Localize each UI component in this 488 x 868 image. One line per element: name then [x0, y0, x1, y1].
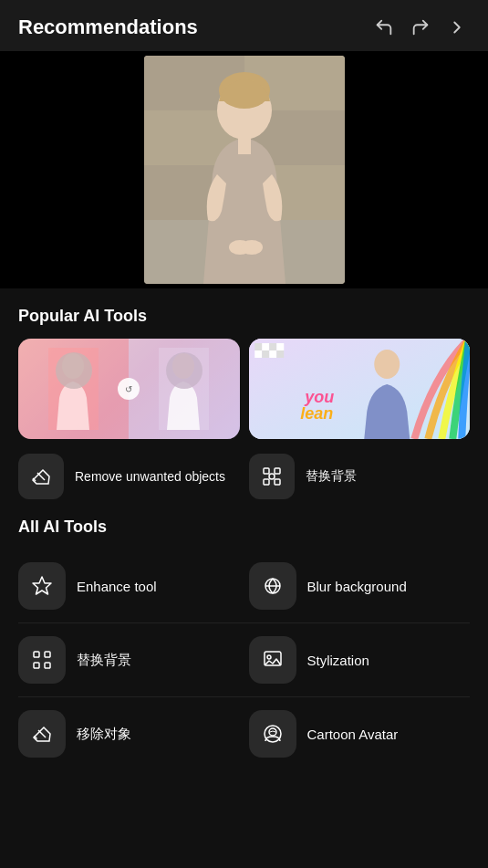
- svg-rect-41: [45, 663, 50, 668]
- svg-rect-18: [254, 343, 262, 350]
- svg-rect-19: [262, 343, 269, 350]
- popular-tool-labels: Remove unwanted objects 替换背景: [18, 454, 470, 499]
- remove-objects-all-label: 移除对象: [77, 726, 131, 743]
- card-transform-arrow: ↺: [118, 378, 140, 400]
- hero-photo: [144, 56, 345, 284]
- replace-bg-all-label: 替换背景: [77, 652, 131, 669]
- replace-bg-popular-icon-box: [249, 454, 295, 499]
- remove-objects-all-item[interactable]: 移除对象: [18, 710, 240, 758]
- all-tools-grid: Enhance tool Blur background: [18, 549, 470, 770]
- svg-rect-25: [276, 350, 284, 358]
- stylization-icon-box: [249, 636, 296, 684]
- remove-objects-item[interactable]: Remove unwanted objects: [18, 454, 240, 499]
- redo-button[interactable]: [408, 15, 433, 40]
- hero-image: [0, 51, 488, 288]
- replace-bg-all-icon: [31, 649, 53, 671]
- replace-bg-all-icon-box: [18, 636, 66, 684]
- all-tools-row-2: 替换背景 Stylization: [18, 623, 470, 697]
- remove-objects-icon-box: [18, 454, 64, 499]
- svg-text:you: you: [304, 388, 334, 406]
- blur-background-label: Blur background: [307, 579, 407, 594]
- blur-background-item[interactable]: Blur background: [249, 562, 471, 610]
- card-before: [18, 339, 129, 439]
- popular-tools-title: Popular AI Tools: [18, 307, 470, 326]
- svg-rect-30: [264, 468, 269, 474]
- svg-point-13: [62, 353, 84, 379]
- cartoon-avatar-item[interactable]: Cartoon Avatar: [249, 710, 471, 758]
- svg-line-29: [37, 473, 45, 480]
- svg-rect-31: [275, 468, 280, 474]
- stylization-item[interactable]: Stylization: [249, 636, 471, 684]
- enhance-tool-item[interactable]: Enhance tool: [18, 562, 240, 610]
- svg-rect-38: [34, 652, 39, 657]
- svg-point-34: [269, 474, 275, 479]
- svg-text:lean: lean: [300, 404, 333, 423]
- card-inner-left: ↺: [18, 339, 240, 439]
- page-title: Recommendations: [18, 16, 198, 39]
- next-button[interactable]: [444, 15, 470, 40]
- svg-marker-35: [33, 577, 51, 594]
- replace-bg-card[interactable]: you lean: [249, 339, 471, 439]
- all-tools-row-1: Enhance tool Blur background: [18, 549, 470, 623]
- header: Recommendations: [0, 0, 488, 51]
- cartoon-avatar-icon-box: [249, 710, 296, 758]
- svg-line-44: [38, 730, 46, 737]
- svg-rect-22: [269, 343, 276, 350]
- svg-rect-9: [238, 136, 251, 154]
- all-tools-title: All AI Tools: [18, 518, 470, 537]
- svg-rect-21: [262, 350, 269, 358]
- enhance-tool-label: Enhance tool: [77, 579, 157, 594]
- blur-icon-box: [249, 562, 296, 610]
- stylization-label: Stylization: [307, 653, 369, 668]
- svg-point-43: [267, 655, 271, 659]
- remove-objects-label: Remove unwanted objects: [75, 469, 225, 484]
- enhance-icon: [31, 575, 53, 597]
- background-scan-icon: [261, 465, 283, 487]
- undo-button[interactable]: [371, 15, 397, 40]
- svg-point-11: [241, 240, 263, 255]
- svg-point-16: [172, 353, 194, 379]
- remove-objects-all-icon: [31, 723, 53, 745]
- replace-bg-popular-item[interactable]: 替换背景: [249, 454, 471, 499]
- svg-rect-39: [45, 652, 50, 657]
- all-tools-row-3: 移除对象 Cartoon Avatar: [18, 697, 470, 770]
- card-content-right: you lean: [249, 339, 471, 439]
- replace-bg-all-item[interactable]: 替换背景: [18, 636, 240, 684]
- svg-rect-20: [254, 350, 262, 358]
- card-content: ↺: [18, 339, 240, 439]
- all-tools-section: All AI Tools Enhance tool: [0, 499, 488, 770]
- svg-rect-40: [34, 663, 39, 668]
- blur-icon: [262, 575, 284, 597]
- svg-rect-32: [264, 479, 269, 485]
- remove-objects-card[interactable]: ↺: [18, 339, 240, 439]
- cartoon-avatar-icon: [262, 723, 284, 745]
- remove-objects-all-icon-box: [18, 710, 66, 758]
- popular-tools-cards: ↺: [18, 339, 470, 439]
- cartoon-avatar-label: Cartoon Avatar: [307, 727, 399, 742]
- svg-point-26: [374, 350, 400, 379]
- stylization-icon: [262, 649, 284, 671]
- svg-rect-14: [48, 348, 99, 430]
- popular-tools-section: Popular AI Tools ↺: [0, 288, 488, 499]
- card-after: [129, 339, 239, 439]
- header-actions: [371, 15, 470, 40]
- enhance-icon-box: [18, 562, 66, 610]
- replace-bg-popular-label: 替换背景: [306, 468, 357, 485]
- svg-rect-33: [275, 479, 280, 485]
- svg-rect-24: [269, 350, 276, 358]
- eraser-icon: [30, 465, 52, 487]
- svg-rect-23: [276, 343, 284, 350]
